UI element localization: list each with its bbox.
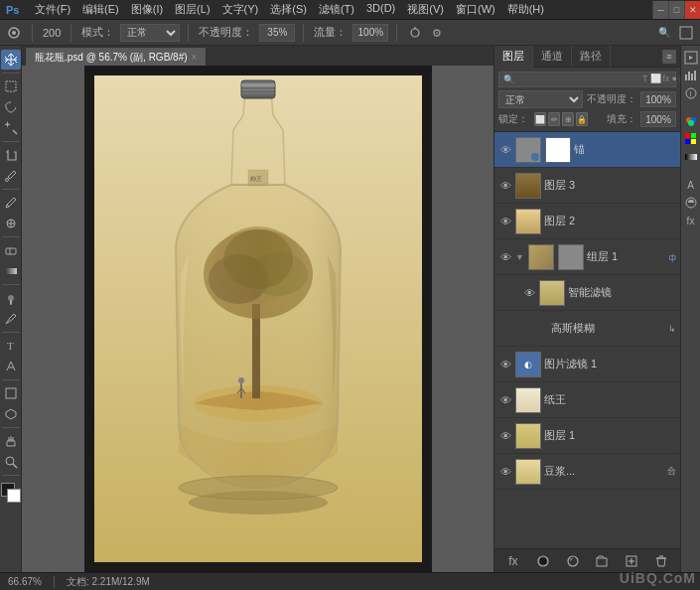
menu-layer[interactable]: 图层(L) <box>170 1 214 18</box>
layer-item-7[interactable]: 👁 图层 1 <box>494 418 680 454</box>
tool-hand[interactable] <box>1 431 21 451</box>
layer-5-visibility[interactable]: 👁 <box>498 358 512 371</box>
add-layer-btn[interactable] <box>622 552 641 570</box>
add-mask-btn[interactable] <box>533 552 553 570</box>
main-content: T 瓶花瓶.psd @ 56.7% (副, RGB/8#) <box>0 46 700 572</box>
tool-crop[interactable] <box>1 145 21 165</box>
gradient-panel-icon[interactable] <box>683 149 699 165</box>
group1-visibility[interactable]: 👁 <box>498 250 512 264</box>
swatches-icon[interactable] <box>683 131 699 147</box>
tool-clone[interactable] <box>1 214 21 233</box>
filter-icon-3[interactable]: fx <box>663 74 670 85</box>
lock-transparent-btn[interactable]: ⬜ <box>534 112 546 126</box>
tool-dodge[interactable] <box>1 288 21 308</box>
lock-brush-btn[interactable]: ✏ <box>548 112 560 126</box>
tool-zoom[interactable] <box>1 452 21 472</box>
layer-item-8[interactable]: 👁 豆浆... 合 <box>494 454 680 490</box>
panel-menu-icon[interactable]: ≡ <box>662 50 676 64</box>
sub1-info: 智能滤镜 <box>568 285 676 300</box>
histogram-icon[interactable] <box>683 68 699 83</box>
filter-icon-1[interactable]: T <box>642 74 648 85</box>
layer-1-info: 锚 <box>574 142 676 157</box>
color-icon[interactable] <box>683 113 699 129</box>
tool-gradient[interactable] <box>1 261 21 281</box>
tab-paths[interactable]: 路径 <box>572 46 611 67</box>
tool-path-select[interactable] <box>1 357 21 376</box>
flow-input[interactable] <box>352 24 388 42</box>
layer-2-visibility[interactable]: 👁 <box>498 179 512 193</box>
background-color[interactable] <box>7 489 21 503</box>
maximize-button[interactable]: □ <box>668 1 684 19</box>
layer-3-visibility[interactable]: 👁 <box>498 215 512 228</box>
menu-edit[interactable]: 编辑(E) <box>77 1 124 18</box>
sub1-thumb <box>539 280 565 306</box>
layer-7-info: 图层 1 <box>544 428 676 443</box>
lock-all-btn[interactable]: 🔒 <box>576 112 588 126</box>
airbrush-icon[interactable] <box>405 23 425 43</box>
properties-icon[interactable]: A <box>683 177 699 193</box>
layer-item-2[interactable]: 👁 图层 3 <box>494 168 680 204</box>
opacity-value[interactable] <box>640 91 676 107</box>
layer-1-visibility[interactable]: 👁 <box>498 143 512 157</box>
tool-3d[interactable] <box>1 404 21 424</box>
sub1-visibility[interactable]: 👁 <box>522 286 536 300</box>
menu-text[interactable]: 文字(Y) <box>217 1 264 18</box>
filter-icon-4[interactable]: ● <box>672 74 677 85</box>
tab-layers[interactable]: 图层 <box>494 46 533 68</box>
tool-magic-wand[interactable] <box>1 118 21 138</box>
styles-icon[interactable]: fx <box>683 213 699 228</box>
mode-select[interactable]: 正常 <box>120 24 180 42</box>
group1-arrow[interactable]: ▼ <box>515 252 524 262</box>
opacity-input[interactable] <box>259 24 295 42</box>
menu-select[interactable]: 选择(S) <box>265 1 312 18</box>
info-icon[interactable]: i <box>683 85 699 101</box>
document-tab[interactable]: 瓶花瓶.psd @ 56.7% (副, RGB/8#) × <box>26 48 206 66</box>
tool-shape[interactable] <box>1 383 21 403</box>
add-group-btn[interactable] <box>592 552 612 570</box>
layer-8-visibility[interactable]: 👁 <box>498 465 512 479</box>
layer-7-visibility[interactable]: 👁 <box>498 429 512 443</box>
tool-eyedropper[interactable] <box>1 166 21 186</box>
layer-item-1[interactable]: 👁 锚 <box>494 132 680 168</box>
layers-search-input[interactable] <box>516 74 642 85</box>
layer-item-sub2[interactable]: 高斯模糊 ↳ <box>494 311 680 347</box>
tool-type[interactable]: T <box>1 336 21 356</box>
tool-eraser[interactable] <box>1 240 21 260</box>
filter-icon-2[interactable]: ⬜ <box>650 74 661 85</box>
minimize-button[interactable]: ─ <box>652 1 668 19</box>
tool-marquee[interactable] <box>1 76 21 96</box>
layer-item-5[interactable]: 👁 ◐ 图片滤镜 1 <box>494 347 680 382</box>
menu-view[interactable]: 视图(V) <box>402 1 449 18</box>
menu-filter[interactable]: 滤镜(T) <box>314 1 359 18</box>
menu-file[interactable]: 文件(F) <box>30 1 75 18</box>
tool-move[interactable] <box>1 50 21 70</box>
menu-help[interactable]: 帮助(H) <box>502 1 549 18</box>
fill-value[interactable] <box>640 111 676 127</box>
lock-position-btn[interactable]: ⊕ <box>562 112 574 126</box>
navigator-icon[interactable] <box>683 50 699 66</box>
close-button[interactable]: ✕ <box>684 1 700 19</box>
workspace-icon[interactable] <box>676 23 696 43</box>
tab-channels[interactable]: 通道 <box>533 46 572 67</box>
color-swatches[interactable] <box>1 483 21 503</box>
menu-image[interactable]: 图像(I) <box>126 1 168 18</box>
add-style-btn[interactable]: fx <box>503 552 523 570</box>
layer-item-group1[interactable]: 👁 ▼ 组层 1 ф <box>494 239 680 275</box>
settings-icon[interactable]: ⚙ <box>429 23 449 43</box>
layer-6-visibility[interactable]: 👁 <box>498 393 512 407</box>
tool-lasso[interactable] <box>1 97 21 117</box>
search-icon[interactable]: 🔍 <box>654 23 674 43</box>
layer-item-sub1[interactable]: 👁 智能滤镜 <box>494 275 680 311</box>
add-adjustment-btn[interactable] <box>563 552 583 570</box>
layers-search-bar[interactable]: 🔍 T ⬜ fx ● ▣ ○ <box>498 72 676 87</box>
tab-close-btn[interactable]: × <box>192 52 198 63</box>
delete-layer-btn[interactable] <box>651 552 671 570</box>
menu-window[interactable]: 窗口(W) <box>451 1 500 18</box>
tool-pen[interactable] <box>1 309 21 329</box>
layer-item-6[interactable]: 👁 纸王 <box>494 382 680 418</box>
adjustments-icon[interactable] <box>683 195 699 211</box>
menu-3d[interactable]: 3D(D) <box>361 1 400 18</box>
layer-item-3[interactable]: 👁 图层 2 <box>494 204 680 239</box>
blend-mode-select[interactable]: 正常 <box>498 90 583 108</box>
tool-brush[interactable] <box>1 193 21 213</box>
